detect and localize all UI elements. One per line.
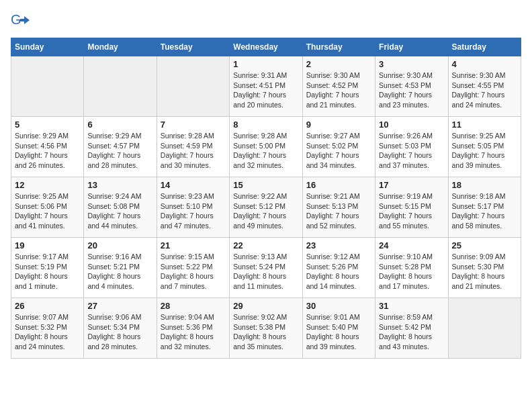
cell-info-text: Sunrise: 9:29 AM Sunset: 4:57 PM Dayligh… (87, 131, 152, 171)
cell-day-number: 9 (306, 120, 371, 130)
weekday-header-thursday: Thursday (302, 38, 375, 56)
cell-info-text: Sunrise: 8:59 AM Sunset: 5:42 PM Dayligh… (379, 312, 444, 352)
cell-info-text: Sunrise: 9:21 AM Sunset: 5:13 PM Dayligh… (306, 191, 371, 231)
cell-day-number: 18 (452, 180, 517, 190)
calendar-cell: 11Sunrise: 9:25 AM Sunset: 5:05 PM Dayli… (448, 117, 521, 177)
calendar-cell: 7Sunrise: 9:28 AM Sunset: 4:59 PM Daylig… (157, 117, 229, 177)
calendar-cell: 17Sunrise: 9:19 AM Sunset: 5:15 PM Dayli… (375, 177, 448, 238)
calendar-cell: 12Sunrise: 9:25 AM Sunset: 5:06 PM Dayli… (11, 177, 84, 238)
cell-day-number: 22 (233, 240, 298, 250)
cell-day-number: 30 (306, 301, 371, 311)
weekday-header-monday: Monday (84, 38, 157, 56)
calendar-cell: 4Sunrise: 9:30 AM Sunset: 4:55 PM Daylig… (448, 56, 521, 117)
cell-day-number: 2 (306, 59, 371, 69)
calendar-cell: 8Sunrise: 9:28 AM Sunset: 5:00 PM Daylig… (230, 117, 302, 177)
cell-info-text: Sunrise: 9:24 AM Sunset: 5:08 PM Dayligh… (87, 191, 152, 231)
cell-info-text: Sunrise: 9:01 AM Sunset: 5:40 PM Dayligh… (306, 312, 371, 352)
calendar-cell: 31Sunrise: 8:59 AM Sunset: 5:42 PM Dayli… (375, 298, 448, 359)
cell-day-number: 17 (379, 180, 444, 190)
cell-day-number: 1 (233, 59, 298, 69)
svg-text:G: G (11, 12, 21, 27)
cell-info-text: Sunrise: 9:16 AM Sunset: 5:21 PM Dayligh… (87, 252, 152, 291)
cell-info-text: Sunrise: 9:26 AM Sunset: 5:03 PM Dayligh… (379, 131, 444, 171)
cell-day-number: 16 (306, 180, 371, 190)
calendar-cell: 6Sunrise: 9:29 AM Sunset: 4:57 PM Daylig… (84, 117, 157, 177)
svg-marker-1 (20, 16, 30, 24)
calendar-cell: 1Sunrise: 9:31 AM Sunset: 4:51 PM Daylig… (230, 56, 302, 117)
calendar-week-row: 5Sunrise: 9:29 AM Sunset: 4:56 PM Daylig… (11, 117, 521, 177)
cell-info-text: Sunrise: 9:28 AM Sunset: 4:59 PM Dayligh… (161, 131, 226, 171)
calendar-cell: 27Sunrise: 9:06 AM Sunset: 5:34 PM Dayli… (84, 298, 157, 359)
calendar-cell: 24Sunrise: 9:10 AM Sunset: 5:28 PM Dayli… (375, 238, 448, 298)
cell-day-number: 14 (161, 180, 226, 190)
cell-day-number: 13 (87, 180, 152, 190)
cell-day-number: 3 (379, 59, 444, 69)
calendar-cell: 25Sunrise: 9:09 AM Sunset: 5:30 PM Dayli… (448, 238, 521, 298)
cell-day-number: 4 (452, 59, 517, 69)
calendar-cell: 21Sunrise: 9:15 AM Sunset: 5:22 PM Dayli… (157, 238, 229, 298)
cell-info-text: Sunrise: 9:02 AM Sunset: 5:38 PM Dayligh… (233, 312, 298, 352)
cell-info-text: Sunrise: 9:30 AM Sunset: 4:55 PM Dayligh… (452, 71, 517, 110)
calendar-cell: 16Sunrise: 9:21 AM Sunset: 5:13 PM Dayli… (302, 177, 375, 238)
calendar-cell (157, 56, 229, 117)
cell-info-text: Sunrise: 9:15 AM Sunset: 5:22 PM Dayligh… (161, 252, 226, 291)
cell-day-number: 26 (15, 301, 80, 311)
calendar-header-row: SundayMondayTuesdayWednesdayThursdayFrid… (11, 38, 521, 56)
calendar-cell: 14Sunrise: 9:23 AM Sunset: 5:10 PM Dayli… (157, 177, 229, 238)
cell-info-text: Sunrise: 9:09 AM Sunset: 5:30 PM Dayligh… (452, 252, 517, 291)
calendar-cell: 28Sunrise: 9:04 AM Sunset: 5:36 PM Dayli… (157, 298, 229, 359)
calendar-cell: 22Sunrise: 9:13 AM Sunset: 5:24 PM Dayli… (230, 238, 302, 298)
calendar-cell: 5Sunrise: 9:29 AM Sunset: 4:56 PM Daylig… (11, 117, 84, 177)
cell-info-text: Sunrise: 9:25 AM Sunset: 5:06 PM Dayligh… (15, 191, 80, 231)
calendar-cell: 30Sunrise: 9:01 AM Sunset: 5:40 PM Dayli… (302, 298, 375, 359)
cell-info-text: Sunrise: 9:29 AM Sunset: 4:56 PM Dayligh… (15, 131, 80, 171)
cell-day-number: 28 (161, 301, 226, 311)
cell-info-text: Sunrise: 9:19 AM Sunset: 5:15 PM Dayligh… (379, 191, 444, 231)
weekday-header-sunday: Sunday (11, 38, 84, 56)
cell-info-text: Sunrise: 9:30 AM Sunset: 4:52 PM Dayligh… (306, 71, 371, 110)
cell-info-text: Sunrise: 9:23 AM Sunset: 5:10 PM Dayligh… (161, 191, 226, 231)
cell-day-number: 27 (87, 301, 152, 311)
cell-info-text: Sunrise: 9:04 AM Sunset: 5:36 PM Dayligh… (161, 312, 226, 352)
cell-day-number: 8 (233, 120, 298, 130)
logo: G (11, 11, 32, 30)
cell-info-text: Sunrise: 9:22 AM Sunset: 5:12 PM Dayligh… (233, 191, 298, 231)
weekday-header-friday: Friday (375, 38, 448, 56)
calendar-cell: 15Sunrise: 9:22 AM Sunset: 5:12 PM Dayli… (230, 177, 302, 238)
calendar-cell: 2Sunrise: 9:30 AM Sunset: 4:52 PM Daylig… (302, 56, 375, 117)
cell-day-number: 12 (15, 180, 80, 190)
weekday-header-tuesday: Tuesday (157, 38, 229, 56)
cell-day-number: 5 (15, 120, 80, 130)
cell-info-text: Sunrise: 9:07 AM Sunset: 5:32 PM Dayligh… (15, 312, 80, 352)
cell-info-text: Sunrise: 9:18 AM Sunset: 5:17 PM Dayligh… (452, 191, 517, 231)
cell-info-text: Sunrise: 9:17 AM Sunset: 5:19 PM Dayligh… (15, 252, 80, 291)
cell-day-number: 15 (233, 180, 298, 190)
calendar-cell: 10Sunrise: 9:26 AM Sunset: 5:03 PM Dayli… (375, 117, 448, 177)
cell-day-number: 25 (452, 240, 517, 250)
cell-info-text: Sunrise: 9:13 AM Sunset: 5:24 PM Dayligh… (233, 252, 298, 291)
calendar-cell: 20Sunrise: 9:16 AM Sunset: 5:21 PM Dayli… (84, 238, 157, 298)
cell-day-number: 29 (233, 301, 298, 311)
calendar-cell: 18Sunrise: 9:18 AM Sunset: 5:17 PM Dayli… (448, 177, 521, 238)
cell-info-text: Sunrise: 9:12 AM Sunset: 5:26 PM Dayligh… (306, 252, 371, 291)
cell-day-number: 20 (87, 240, 152, 250)
cell-info-text: Sunrise: 9:06 AM Sunset: 5:34 PM Dayligh… (87, 312, 152, 352)
cell-day-number: 23 (306, 240, 371, 250)
page-header: G (11, 11, 521, 30)
calendar-cell (448, 298, 521, 359)
cell-info-text: Sunrise: 9:27 AM Sunset: 5:02 PM Dayligh… (306, 131, 371, 171)
weekday-header-saturday: Saturday (448, 38, 521, 56)
calendar-week-row: 19Sunrise: 9:17 AM Sunset: 5:19 PM Dayli… (11, 238, 521, 298)
weekday-header-wednesday: Wednesday (230, 38, 302, 56)
calendar-cell (11, 56, 84, 117)
cell-info-text: Sunrise: 9:30 AM Sunset: 4:53 PM Dayligh… (379, 71, 444, 110)
calendar-week-row: 26Sunrise: 9:07 AM Sunset: 5:32 PM Dayli… (11, 298, 521, 359)
cell-day-number: 21 (161, 240, 226, 250)
calendar-table: SundayMondayTuesdayWednesdayThursdayFrid… (11, 38, 521, 359)
cell-day-number: 7 (161, 120, 226, 130)
calendar-cell: 19Sunrise: 9:17 AM Sunset: 5:19 PM Dayli… (11, 238, 84, 298)
cell-info-text: Sunrise: 9:25 AM Sunset: 5:05 PM Dayligh… (452, 131, 517, 171)
calendar-cell: 13Sunrise: 9:24 AM Sunset: 5:08 PM Dayli… (84, 177, 157, 238)
cell-info-text: Sunrise: 9:28 AM Sunset: 5:00 PM Dayligh… (233, 131, 298, 171)
calendar-cell: 9Sunrise: 9:27 AM Sunset: 5:02 PM Daylig… (302, 117, 375, 177)
